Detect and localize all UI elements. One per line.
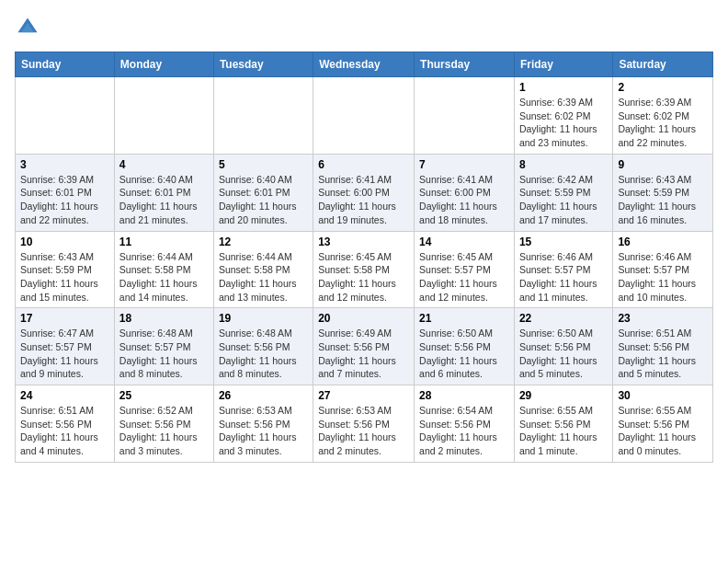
day-number: 2 <box>618 81 708 94</box>
calendar-cell: 4Sunrise: 6:40 AMSunset: 6:01 PMDaylight… <box>114 154 213 231</box>
day-info: Sunrise: 6:41 AMSunset: 6:00 PMDaylight:… <box>318 173 409 227</box>
day-info: Sunrise: 6:47 AMSunset: 5:57 PMDaylight:… <box>20 327 109 381</box>
weekday-header: Wednesday <box>313 52 415 77</box>
calendar-cell: 11Sunrise: 6:44 AMSunset: 5:58 PMDayligh… <box>114 231 213 308</box>
weekday-header: Tuesday <box>213 52 313 77</box>
calendar-cell: 7Sunrise: 6:41 AMSunset: 6:00 PMDaylight… <box>415 154 515 231</box>
day-info: Sunrise: 6:54 AMSunset: 5:56 PMDaylight:… <box>419 404 509 458</box>
calendar-cell: 19Sunrise: 6:48 AMSunset: 5:56 PMDayligh… <box>213 308 313 385</box>
day-number: 6 <box>318 158 409 171</box>
calendar-cell: 13Sunrise: 6:45 AMSunset: 5:58 PMDayligh… <box>313 231 415 308</box>
day-info: Sunrise: 6:55 AMSunset: 5:56 PMDaylight:… <box>519 404 608 458</box>
calendar-cell: 5Sunrise: 6:40 AMSunset: 6:01 PMDaylight… <box>213 154 313 231</box>
weekday-header: Thursday <box>415 52 515 77</box>
calendar-cell: 2Sunrise: 6:39 AMSunset: 6:02 PMDaylight… <box>613 77 713 155</box>
weekday-header: Friday <box>514 52 612 77</box>
calendar-cell: 8Sunrise: 6:42 AMSunset: 5:59 PMDaylight… <box>514 154 612 231</box>
calendar-week-row: 24Sunrise: 6:51 AMSunset: 5:56 PMDayligh… <box>16 385 713 463</box>
day-number: 22 <box>519 312 608 325</box>
day-number: 7 <box>419 158 509 171</box>
calendar-cell <box>313 77 415 155</box>
day-number: 25 <box>119 389 209 402</box>
day-number: 1 <box>519 81 608 94</box>
calendar-cell: 1Sunrise: 6:39 AMSunset: 6:02 PMDaylight… <box>514 77 612 155</box>
calendar-cell: 20Sunrise: 6:49 AMSunset: 5:56 PMDayligh… <box>313 308 415 385</box>
calendar-cell: 28Sunrise: 6:54 AMSunset: 5:56 PMDayligh… <box>415 385 515 463</box>
calendar-cell: 26Sunrise: 6:53 AMSunset: 5:56 PMDayligh… <box>213 385 313 463</box>
day-number: 28 <box>419 389 509 402</box>
day-number: 14 <box>419 236 509 248</box>
calendar-cell <box>213 77 313 155</box>
calendar-cell: 6Sunrise: 6:41 AMSunset: 6:00 PMDaylight… <box>313 154 415 231</box>
day-number: 19 <box>219 312 308 325</box>
day-info: Sunrise: 6:46 AMSunset: 5:57 PMDaylight:… <box>618 250 708 304</box>
calendar-cell: 18Sunrise: 6:48 AMSunset: 5:57 PMDayligh… <box>114 308 213 385</box>
day-info: Sunrise: 6:42 AMSunset: 5:59 PMDaylight:… <box>519 173 608 227</box>
calendar-cell: 10Sunrise: 6:43 AMSunset: 5:59 PMDayligh… <box>16 231 115 308</box>
day-number: 23 <box>618 312 708 325</box>
day-number: 29 <box>519 389 608 402</box>
calendar-cell: 14Sunrise: 6:45 AMSunset: 5:57 PMDayligh… <box>415 231 515 308</box>
day-number: 27 <box>318 389 409 402</box>
day-info: Sunrise: 6:45 AMSunset: 5:58 PMDaylight:… <box>318 250 409 304</box>
calendar-week-row: 17Sunrise: 6:47 AMSunset: 5:57 PMDayligh… <box>16 308 713 385</box>
day-number: 20 <box>318 312 409 325</box>
day-info: Sunrise: 6:55 AMSunset: 5:56 PMDaylight:… <box>618 404 708 458</box>
day-info: Sunrise: 6:51 AMSunset: 5:56 PMDaylight:… <box>618 327 708 381</box>
day-info: Sunrise: 6:39 AMSunset: 6:02 PMDaylight:… <box>519 96 608 150</box>
day-info: Sunrise: 6:53 AMSunset: 5:56 PMDaylight:… <box>219 404 308 458</box>
day-info: Sunrise: 6:52 AMSunset: 5:56 PMDaylight:… <box>119 404 209 458</box>
day-number: 4 <box>119 158 209 171</box>
day-number: 11 <box>119 236 209 248</box>
day-number: 9 <box>618 158 708 171</box>
day-info: Sunrise: 6:41 AMSunset: 6:00 PMDaylight:… <box>419 173 509 227</box>
day-number: 16 <box>618 236 708 248</box>
day-number: 10 <box>20 236 109 248</box>
weekday-header: Monday <box>114 52 213 77</box>
day-number: 30 <box>618 389 708 402</box>
calendar-cell: 17Sunrise: 6:47 AMSunset: 5:57 PMDayligh… <box>16 308 115 385</box>
weekday-header-row: SundayMondayTuesdayWednesdayThursdayFrid… <box>16 52 713 77</box>
calendar-cell: 15Sunrise: 6:46 AMSunset: 5:57 PMDayligh… <box>514 231 612 308</box>
calendar-cell <box>415 77 515 155</box>
logo-icon <box>15 15 40 40</box>
day-info: Sunrise: 6:40 AMSunset: 6:01 PMDaylight:… <box>219 173 308 227</box>
day-info: Sunrise: 6:44 AMSunset: 5:58 PMDaylight:… <box>219 250 308 304</box>
day-number: 15 <box>519 236 608 248</box>
day-info: Sunrise: 6:40 AMSunset: 6:01 PMDaylight:… <box>119 173 209 227</box>
calendar-week-row: 10Sunrise: 6:43 AMSunset: 5:59 PMDayligh… <box>16 231 713 308</box>
day-info: Sunrise: 6:39 AMSunset: 6:02 PMDaylight:… <box>618 96 708 150</box>
calendar-cell: 9Sunrise: 6:43 AMSunset: 5:59 PMDaylight… <box>613 154 713 231</box>
day-number: 18 <box>119 312 209 325</box>
calendar-cell: 3Sunrise: 6:39 AMSunset: 6:01 PMDaylight… <box>16 154 115 231</box>
weekday-header: Sunday <box>16 52 115 77</box>
calendar-cell: 25Sunrise: 6:52 AMSunset: 5:56 PMDayligh… <box>114 385 213 463</box>
calendar-cell: 24Sunrise: 6:51 AMSunset: 5:56 PMDayligh… <box>16 385 115 463</box>
day-number: 5 <box>219 158 308 171</box>
day-info: Sunrise: 6:43 AMSunset: 5:59 PMDaylight:… <box>20 250 109 304</box>
logo <box>15 15 44 40</box>
day-number: 12 <box>219 236 308 248</box>
calendar-week-row: 3Sunrise: 6:39 AMSunset: 6:01 PMDaylight… <box>16 154 713 231</box>
weekday-header: Saturday <box>613 52 713 77</box>
day-info: Sunrise: 6:43 AMSunset: 5:59 PMDaylight:… <box>618 173 708 227</box>
day-info: Sunrise: 6:50 AMSunset: 5:56 PMDaylight:… <box>519 327 608 381</box>
day-number: 3 <box>20 158 109 171</box>
calendar-cell: 12Sunrise: 6:44 AMSunset: 5:58 PMDayligh… <box>213 231 313 308</box>
calendar-cell: 30Sunrise: 6:55 AMSunset: 5:56 PMDayligh… <box>613 385 713 463</box>
day-number: 13 <box>318 236 409 248</box>
day-info: Sunrise: 6:53 AMSunset: 5:56 PMDaylight:… <box>318 404 409 458</box>
day-info: Sunrise: 6:45 AMSunset: 5:57 PMDaylight:… <box>419 250 509 304</box>
day-info: Sunrise: 6:49 AMSunset: 5:56 PMDaylight:… <box>318 327 409 381</box>
day-info: Sunrise: 6:50 AMSunset: 5:56 PMDaylight:… <box>419 327 509 381</box>
day-number: 8 <box>519 158 608 171</box>
calendar-cell <box>16 77 115 155</box>
page-header <box>15 15 713 40</box>
day-info: Sunrise: 6:48 AMSunset: 5:57 PMDaylight:… <box>119 327 209 381</box>
calendar-cell: 21Sunrise: 6:50 AMSunset: 5:56 PMDayligh… <box>415 308 515 385</box>
day-info: Sunrise: 6:44 AMSunset: 5:58 PMDaylight:… <box>119 250 209 304</box>
calendar-week-row: 1Sunrise: 6:39 AMSunset: 6:02 PMDaylight… <box>16 77 713 155</box>
calendar-cell: 27Sunrise: 6:53 AMSunset: 5:56 PMDayligh… <box>313 385 415 463</box>
calendar-cell: 16Sunrise: 6:46 AMSunset: 5:57 PMDayligh… <box>613 231 713 308</box>
day-number: 24 <box>20 389 109 402</box>
